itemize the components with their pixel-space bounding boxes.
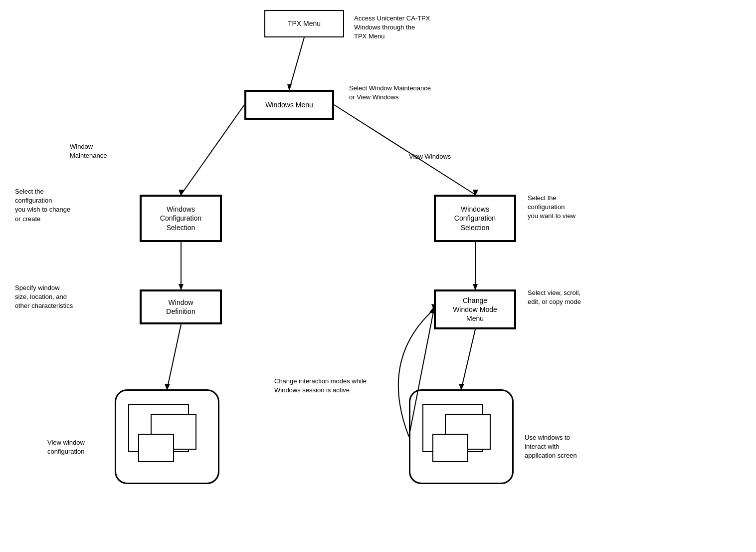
win-config-left-box: Windows Configuration Selection [140,195,222,242]
label-select-view: Select view, scroll,edit, or copy mode [528,288,632,306]
windows-icon-right-box [409,389,514,484]
win-config-right-box: Windows Configuration Selection [434,195,516,242]
label-select-config-right: Select theconfigurationyou want to view [528,194,627,221]
svg-line-4 [334,105,475,195]
tpx-menu-box: TPX Menu [264,10,344,37]
label-select-config-left: Select theconfigurationyou wish to chang… [15,187,130,224]
label-view-windows: View Windows [409,152,484,161]
svg-line-12 [461,329,475,389]
change-window-mode-box: Change Window Mode Menu [434,289,516,329]
svg-line-10 [167,324,181,389]
label-use-windows: Use windows tointeract withapplication s… [525,433,624,461]
label-change-interaction: Change interaction modes whileWindows se… [274,377,424,395]
label-specify-window: Specify windowsize, location, andother c… [15,283,130,311]
diagram: TPX Menu Windows Menu Windows Configurat… [0,0,756,552]
label-select-maintenance: Select Window Maintenanceor View Windows [349,84,489,102]
label-window-maintenance: WindowMaintenance [70,142,135,160]
svg-line-0 [289,37,304,90]
flow-svg [0,0,756,552]
window-definition-box: Window Definition [140,289,222,324]
label-access: Access Unicenter CA-TPXWindows through t… [354,14,484,41]
svg-line-2 [181,105,244,195]
windows-icon-left-box [115,389,219,484]
windows-menu-box: Windows Menu [244,90,334,120]
label-view-config: View windowconfiguration [47,438,122,456]
